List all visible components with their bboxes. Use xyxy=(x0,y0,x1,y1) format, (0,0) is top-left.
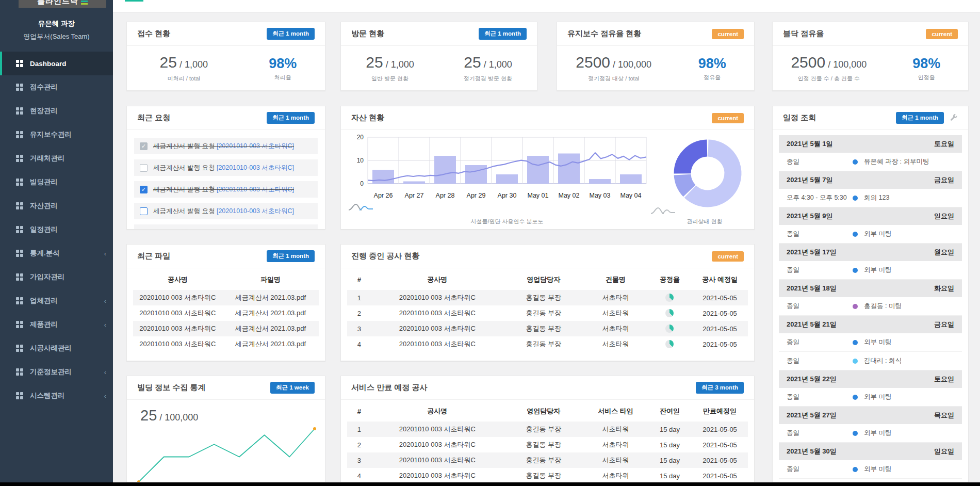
building-line-chart xyxy=(127,420,325,482)
event-time: 종일 xyxy=(787,302,853,311)
grid-menu-icon xyxy=(16,392,23,399)
x-axis-label: May 02 xyxy=(553,192,584,199)
wrench-settings-icon[interactable] xyxy=(949,114,958,122)
sidebar-item-12[interactable]: 시공사례관리 xyxy=(0,336,113,360)
card-title: 진행 중인 공사 현황 xyxy=(351,251,707,261)
schedule-event: 종일외부 미팅 xyxy=(779,460,962,479)
column-header: 서비스 타입 xyxy=(583,400,647,422)
sidebar-item-10[interactable]: 업체관리‹ xyxy=(0,289,113,313)
table-cell: 홍길동 부장 xyxy=(503,468,583,482)
request-link[interactable]: [20201010-003 서초타워C] xyxy=(217,207,294,215)
event-color-dot xyxy=(853,431,858,436)
sparkline-logo-icon xyxy=(650,206,676,215)
stat-card-maintenance-share: 유지보수 점유율 현황 current 2500100,000 정기점검 대상 … xyxy=(557,22,755,91)
table-row: 20201010 003 서초타워C세금계산서 2021.03.pdf xyxy=(133,321,319,336)
app-logo[interactable]: 블라인드닥 xyxy=(19,0,106,8)
table-cell: 4 xyxy=(347,336,371,352)
sidebar-item-1[interactable]: 접수관리 xyxy=(0,75,113,99)
schedule-date: 2021년 5월 9일 xyxy=(787,212,833,221)
table-cell: 홍길동 부장 xyxy=(503,290,583,305)
grid-menu-icon xyxy=(16,60,23,67)
request-checkbox[interactable] xyxy=(140,142,148,150)
stat-card-bldoc-share: 블닥 점유율 current 2500100,000 입점 건물 수 / 총 건… xyxy=(772,22,969,91)
request-link[interactable]: [20201010-003 서초타워C] xyxy=(217,142,294,150)
table-cell: 서초타워 xyxy=(583,290,647,305)
sidebar-item-6[interactable]: 자산관리 xyxy=(0,194,113,218)
sidebar-item-8[interactable]: 통계.분석‹ xyxy=(0,241,113,265)
event-label: 외부 미팅 xyxy=(864,393,891,401)
asset-status-card: 자산 현황 current 01020 Apr 26Apr 27Apr 28Ap… xyxy=(340,106,755,230)
chevron-left-icon: ‹ xyxy=(104,321,106,329)
stat-value: 251,000 일반 방문 현황 xyxy=(341,54,439,83)
request-checkbox[interactable] xyxy=(140,229,148,230)
event-label: 외부 미팅 xyxy=(864,266,891,274)
table-cell: 2 xyxy=(347,305,371,321)
table-cell: 20201010 003 서초타워C xyxy=(371,336,503,352)
card-title: 자산 현황 xyxy=(351,113,707,123)
service-expiring-card: 서비스 만료 예정 공사 최근 3 month #공사명영업담당자서비스 타입잔… xyxy=(340,376,755,482)
chevron-left-icon: ‹ xyxy=(104,297,106,305)
sidebar-item-dashboard[interactable]: Dashboard xyxy=(0,52,113,75)
table-cell: 2021-05-05 xyxy=(692,321,748,336)
request-item: 세금계산서 발행 요청 [20201010-003 서초타워C] xyxy=(134,224,318,230)
table-cell: 20201010 003 서초타워C xyxy=(371,305,503,321)
sidebar-item-11[interactable]: 제품관리‹ xyxy=(0,313,113,336)
sidebar-item-2[interactable]: 현장관리 xyxy=(0,99,113,123)
event-time: 종일 xyxy=(787,393,853,401)
card-title: 서비스 만료 예정 공사 xyxy=(351,383,691,393)
table-cell: 서초타워 xyxy=(583,468,647,482)
card-title: 방문 현황 xyxy=(351,29,473,39)
request-checkbox[interactable] xyxy=(140,164,148,172)
table-cell: 홍길동 부장 xyxy=(503,305,583,321)
sidebar-item-label: 업체관리 xyxy=(30,296,58,305)
request-checkbox[interactable] xyxy=(140,207,148,215)
column-header: 건물명 xyxy=(583,268,647,290)
progress-pie-cell xyxy=(648,321,692,336)
card-title: 블닥 점유율 xyxy=(783,29,921,39)
table-row: 220201010 003 서초타워C홍길동 부장서초타워15 day2021-… xyxy=(347,437,748,452)
sidebar-item-4[interactable]: 거래처관리 xyxy=(0,147,113,170)
card-title: 빌딩 정보 수집 통계 xyxy=(137,383,265,393)
table-cell: 3 xyxy=(347,321,371,336)
user-name: 유은혜 과장 xyxy=(0,19,113,28)
schedule-event: 오후 4:30 - 오후 5:30회의 123 xyxy=(779,189,962,207)
period-badge: 최근 1 month xyxy=(479,28,527,40)
sidebar-item-label: 현장관리 xyxy=(30,106,58,116)
grid-menu-icon xyxy=(16,273,23,281)
sidebar-item-7[interactable]: 일정관리 xyxy=(0,218,113,241)
table-row: 20201010 003 서초타워C세금계산서 2021.03.pdf xyxy=(133,305,319,321)
sidebar-item-9[interactable]: 가입자관리 xyxy=(0,265,113,289)
event-label: 김대리 : 회식 xyxy=(864,357,902,365)
sidebar-item-13[interactable]: 기준정보관리‹ xyxy=(0,360,113,384)
request-link[interactable]: [20201010-003 서초타워C] xyxy=(217,229,294,230)
schedule-date: 2021년 5월 17일 xyxy=(787,248,837,257)
table-cell: 2021-05-05 xyxy=(692,305,748,321)
request-link[interactable]: [20201010-003 서초타워C] xyxy=(217,164,294,171)
period-badge: 최근 1 month xyxy=(267,28,315,40)
recent-files-table: 공사명파일명20201010 003 서초타워C세금계산서 2021.03.pd… xyxy=(133,268,319,352)
event-color-dot xyxy=(853,340,858,345)
stat-value: 2500100,000 입점 건물 수 / 총 건물 수 xyxy=(773,54,885,83)
schedule-event: 종일외부 미팅 xyxy=(779,388,962,407)
stat-card-visits: 방문 현황 최근 1 month 251,000 일반 방문 현황 251,00… xyxy=(340,22,537,91)
schedule-weekday: 금요일 xyxy=(934,320,954,329)
table-cell: 1 xyxy=(347,290,371,305)
table-cell: 3 xyxy=(347,452,371,468)
sidebar-item-14[interactable]: 시스템관리‹ xyxy=(0,384,113,408)
table-cell: 세금계산서 2021.03.pdf xyxy=(222,321,319,336)
sidebar-item-3[interactable]: 유지보수관리 xyxy=(0,123,113,147)
sidebar-item-5[interactable]: 빌딩관리 xyxy=(0,170,113,194)
request-link[interactable]: [20201010-003 서초타워C] xyxy=(217,186,294,193)
table-cell: 20201010 003 서초타워C xyxy=(133,321,222,336)
table-cell: 15 day xyxy=(648,452,692,468)
progress-pie-icon xyxy=(665,340,674,348)
request-text: 세금계산서 발행 요청 [20201010-003 서초타워C] xyxy=(153,207,294,216)
event-time: 종일 xyxy=(787,338,853,347)
table-cell: 서초타워 xyxy=(583,437,647,452)
grid-menu-icon xyxy=(16,345,23,352)
schedule-day-header: 2021년 5월 27일목요일 xyxy=(779,407,962,424)
card-title: 접수 현황 xyxy=(137,29,262,39)
table-row: 420201010 003 서초타워C홍길동 부장서초타워2021-05-05 xyxy=(347,336,748,352)
request-checkbox[interactable] xyxy=(140,186,148,193)
progress-pie-icon xyxy=(665,294,674,302)
